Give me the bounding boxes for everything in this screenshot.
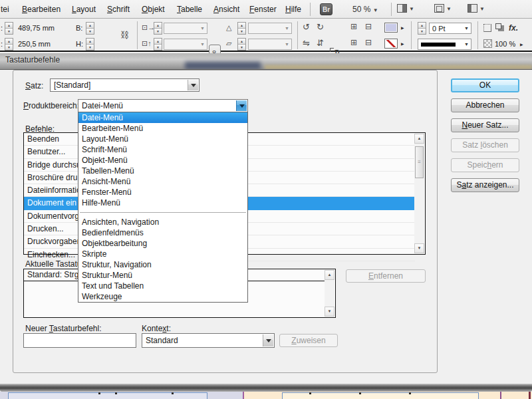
x-position-value[interactable]: 489,75 mm — [18, 24, 55, 32]
produktbereich-dropdown-button[interactable] — [236, 100, 247, 111]
chevron-down-icon: ▼ — [479, 6, 485, 12]
kontext-label: Kontext: — [142, 324, 171, 333]
menu-ansicht[interactable]: Ansicht — [213, 5, 239, 14]
stroke-flyout-icon[interactable]: ▶ — [401, 41, 404, 46]
ok-button[interactable]: OK — [451, 78, 519, 92]
flip-horizontal-icon[interactable]: ⇋ — [303, 38, 310, 48]
scale-y-stepper[interactable]: ▲▼ — [154, 38, 162, 51]
dropdown-item[interactable]: Bearbeiten-Menü — [78, 123, 247, 134]
scale-x-dropdown[interactable]: ▼ — [164, 23, 207, 34]
menu-fenster[interactable]: Fenster — [249, 5, 277, 14]
scrollbar-thumb[interactable]: ≡ — [415, 146, 424, 178]
menu-bearbeiten[interactable]: Bearbeiten — [22, 5, 61, 14]
y-position-stepper[interactable]: ▲▼ — [5, 38, 13, 51]
kontext-dropdown-button[interactable] — [263, 334, 273, 346]
effects-icon[interactable]: fx. — [509, 23, 518, 33]
satz-loeschen-button[interactable]: Satz löschen — [451, 138, 519, 152]
neuer-satz-button[interactable]: Neuer Satz... — [451, 118, 519, 132]
scroll-down-icon[interactable]: ▼ — [325, 307, 334, 317]
height-stepper[interactable]: ▲▼ — [86, 38, 94, 51]
scale-y-icon: ⊡↑ — [142, 39, 152, 48]
dropdown-item[interactable]: Hilfe-Menü — [78, 198, 247, 208]
neuer-tastaturbefehl-input[interactable] — [23, 333, 136, 348]
dialog-titlebar[interactable]: Tastaturbefehle — [0, 53, 532, 69]
transparency-icon[interactable] — [483, 39, 492, 48]
y-position-value[interactable]: 250,5 mm — [18, 40, 51, 48]
dropdown-item[interactable]: Objektbearbeitung — [78, 238, 247, 249]
scale-y-dropdown[interactable]: ▼ — [164, 39, 207, 50]
screen-mode-button[interactable]: ▼ — [434, 4, 452, 15]
dropdown-item[interactable]: Fenster-Menü — [78, 187, 247, 198]
drop-shadow-icon[interactable] — [495, 23, 504, 31]
produktbereich-dropdown[interactable]: Datei-Menü — [78, 99, 248, 112]
opacity-value[interactable]: 100 % — [495, 40, 515, 48]
controlbar-separator — [411, 21, 412, 49]
menu-layout[interactable]: Layout — [72, 5, 96, 14]
scroll-down-icon[interactable]: ▼ — [414, 243, 424, 253]
kontext-dropdown[interactable]: Standard — [142, 333, 275, 348]
dropdown-item[interactable]: Text und Tabellen — [78, 281, 247, 291]
select-previous-icon[interactable]: ⊟ — [365, 22, 372, 31]
dropdown-item[interactable]: Objekt-Menü — [78, 155, 247, 166]
satz-dropdown[interactable]: [Standard] — [50, 78, 200, 92]
dropdown-item[interactable]: Bedienfeldmenüs — [78, 227, 247, 238]
dialog-body: Satz: [Standard] OK Produktbereich: Date… — [0, 69, 532, 384]
x-position-stepper[interactable]: ▲▼ — [5, 22, 13, 35]
entfernen-button[interactable]: Entfernen — [346, 269, 426, 283]
fill-flyout-icon[interactable]: ▶ — [401, 25, 404, 30]
stroke-weight-dropdown[interactable]: 0 Pt▼ — [429, 23, 471, 34]
satz-label: Satz: — [25, 81, 43, 90]
befehle-scrollbar[interactable]: ▲ ≡ ▼ — [414, 134, 424, 253]
scale-x-stepper[interactable]: ▲▼ — [154, 22, 162, 35]
rotation-stepper[interactable]: ▲▼ — [237, 22, 246, 35]
dropdown-item[interactable]: Struktur-Menü — [78, 270, 247, 281]
fill-color-swatch[interactable] — [384, 23, 398, 33]
stroke-style-dropdown[interactable]: ▼ — [418, 39, 471, 50]
scroll-up-icon[interactable]: ▲ — [325, 270, 334, 280]
view-options-icon — [397, 4, 407, 13]
constrain-proportions-icon[interactable]: ⛓ — [120, 30, 129, 40]
shear-stepper[interactable]: ▲▼ — [237, 38, 246, 51]
dropdown-item[interactable]: Struktur, Navigation — [78, 259, 247, 270]
rotate-ccw-icon[interactable]: ↺ — [303, 22, 310, 32]
dropdown-item[interactable]: Skripte — [78, 249, 247, 259]
stroke-weight-stepper[interactable]: ▲▼ — [418, 22, 426, 35]
satz-anzeigen-button[interactable]: Satz anzeigen... — [451, 178, 519, 192]
satz-dropdown-button[interactable] — [188, 80, 198, 90]
dropdown-item-selected[interactable]: Datei-Menü — [78, 112, 247, 123]
dropdown-item[interactable]: Schrift-Menü — [78, 144, 247, 155]
view-options-button[interactable]: ▼ — [397, 4, 414, 15]
menu-schrift[interactable]: Schrift — [107, 5, 130, 14]
shear-dropdown[interactable]: ▼ — [248, 39, 292, 50]
dropdown-item[interactable]: Tabellen-Menü — [78, 166, 247, 176]
width-stepper[interactable]: ▲▼ — [86, 22, 94, 35]
dropdown-item[interactable]: Ansichten, Navigation — [78, 217, 247, 227]
dropdown-item[interactable]: Ansicht-Menü — [78, 176, 247, 187]
corner-options-icon[interactable] — [483, 24, 491, 32]
zuweisen-button[interactable]: Zuweisen — [279, 334, 338, 347]
select-content-icon[interactable]: ⊞ — [350, 38, 357, 47]
chevron-down-icon — [239, 104, 245, 108]
menu-objekt[interactable]: Objekt — [142, 5, 165, 14]
scroll-up-icon[interactable]: ▲ — [414, 134, 424, 144]
menu-hilfe[interactable]: Hilfe — [285, 5, 301, 14]
speichern-button[interactable]: Speichern — [451, 158, 519, 172]
abbrechen-button[interactable]: Abbrechen — [451, 98, 519, 112]
select-container-icon[interactable]: ⊞ — [350, 22, 357, 31]
rotation-dropdown[interactable]: ▼ — [248, 23, 292, 34]
menu-tabelle[interactable]: Tabelle — [177, 5, 202, 14]
bridge-button[interactable]: Br — [320, 3, 332, 15]
controlbar-separator — [137, 21, 138, 49]
dropdown-item[interactable]: Layout-Menü — [78, 134, 247, 144]
zoom-level-control[interactable]: 50 % ▼ — [352, 5, 378, 14]
rotate-cw-icon[interactable]: ↻ — [317, 22, 324, 32]
controlbar-separator — [297, 21, 298, 49]
dropdown-item[interactable]: Werkzeuge — [78, 291, 247, 302]
aktuelle-scrollbar[interactable]: ▲ ▼ — [325, 270, 334, 317]
opacity-flyout-icon[interactable]: ▶ — [520, 42, 523, 47]
menu-datei-partial[interactable]: tei — [1, 5, 9, 14]
flip-vertical-icon[interactable]: ⇵ — [317, 38, 324, 48]
arrange-documents-button[interactable]: ▼ — [467, 4, 485, 15]
stroke-color-swatch[interactable] — [384, 39, 398, 49]
select-next-icon[interactable]: ⊟ — [365, 38, 372, 47]
